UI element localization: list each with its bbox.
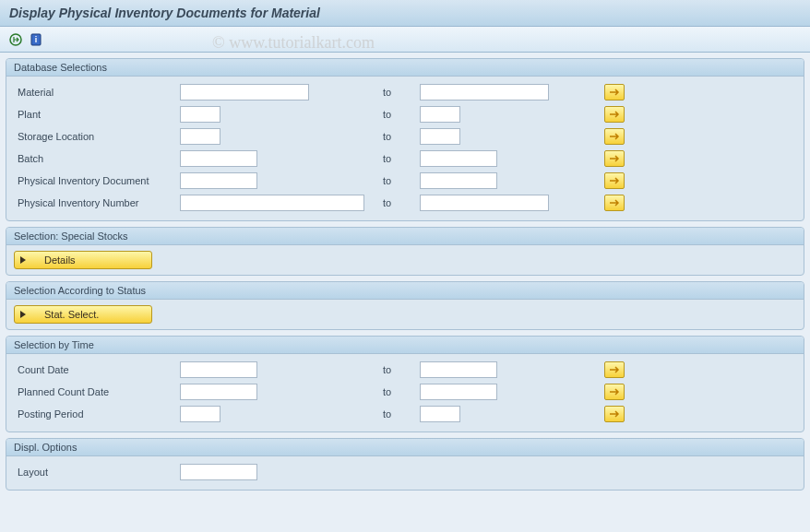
label-planned: Planned Count Date bbox=[14, 386, 180, 397]
input-storage-from[interactable] bbox=[180, 128, 220, 145]
expand-icon bbox=[20, 311, 26, 318]
main-area: Database Selections Material to Plant to… bbox=[0, 53, 810, 532]
input-planned-from[interactable] bbox=[180, 384, 257, 400]
execute-icon[interactable] bbox=[7, 31, 24, 48]
label-posting: Posting Period bbox=[14, 408, 180, 420]
toolbar: i bbox=[0, 27, 810, 53]
input-material-to[interactable] bbox=[420, 84, 549, 100]
group-header: Selection According to Status bbox=[6, 282, 804, 300]
input-plant-to[interactable] bbox=[420, 106, 460, 123]
input-layout[interactable] bbox=[180, 464, 257, 480]
group-header: Selection: Special Stocks bbox=[6, 228, 804, 245]
input-pidoc-to[interactable] bbox=[420, 172, 497, 189]
multiselect-button-pinum[interactable] bbox=[604, 195, 625, 211]
label-pidoc: Physical Inventory Document bbox=[14, 175, 180, 186]
to-label: to bbox=[383, 364, 420, 375]
multiselect-button-batch[interactable] bbox=[604, 150, 625, 167]
group-header: Database Selections bbox=[6, 59, 804, 77]
input-posting-from[interactable] bbox=[180, 406, 220, 422]
group-header: Selection by Time bbox=[6, 337, 804, 354]
details-button-label: Details bbox=[44, 254, 76, 266]
input-pinum-to[interactable] bbox=[420, 195, 549, 211]
expand-icon bbox=[20, 256, 26, 264]
group-display-options: Displ. Options Layout bbox=[6, 438, 804, 491]
to-label: to bbox=[383, 131, 420, 142]
to-label: to bbox=[383, 408, 420, 420]
input-batch-from[interactable] bbox=[180, 150, 257, 167]
input-posting-to[interactable] bbox=[420, 406, 460, 422]
to-label: to bbox=[383, 197, 420, 208]
group-special-stocks: Selection: Special Stocks Details bbox=[6, 227, 804, 276]
group-database-selections: Database Selections Material to Plant to… bbox=[6, 58, 804, 221]
input-planned-to[interactable] bbox=[420, 384, 497, 400]
svg-text:i: i bbox=[35, 35, 38, 44]
input-batch-to[interactable] bbox=[420, 150, 497, 167]
to-label: to bbox=[383, 87, 420, 98]
to-label: to bbox=[383, 153, 420, 164]
stat-select-button[interactable]: Stat. Select. bbox=[14, 305, 152, 324]
label-plant: Plant bbox=[14, 109, 180, 120]
input-pinum-from[interactable] bbox=[180, 195, 364, 211]
label-material: Material bbox=[14, 87, 180, 98]
multiselect-button-posting[interactable] bbox=[604, 406, 625, 422]
multiselect-button-plant[interactable] bbox=[604, 106, 625, 123]
stat-select-button-label: Stat. Select. bbox=[44, 309, 99, 320]
multiselect-button-material[interactable] bbox=[604, 84, 625, 100]
window-title-bar: Display Physical Inventory Documents for… bbox=[0, 0, 810, 27]
group-status: Selection According to Status Stat. Sele… bbox=[6, 281, 804, 330]
to-label: to bbox=[383, 386, 420, 397]
multiselect-button-planned[interactable] bbox=[604, 384, 625, 400]
input-countdate-from[interactable] bbox=[180, 361, 257, 378]
label-countdate: Count Date bbox=[14, 364, 180, 375]
label-storage: Storage Location bbox=[14, 131, 180, 142]
label-batch: Batch bbox=[14, 153, 180, 164]
multiselect-button-pidoc[interactable] bbox=[604, 172, 625, 189]
page-title: Display Physical Inventory Documents for… bbox=[9, 6, 320, 20]
label-layout: Layout bbox=[14, 467, 180, 478]
to-label: to bbox=[383, 175, 420, 186]
label-pinum: Physical Inventory Number bbox=[14, 197, 180, 208]
input-countdate-to[interactable] bbox=[420, 361, 497, 378]
input-storage-to[interactable] bbox=[420, 128, 460, 145]
group-time: Selection by Time Count Date to Planned … bbox=[6, 336, 804, 432]
to-label: to bbox=[383, 109, 420, 120]
group-header: Displ. Options bbox=[6, 439, 804, 456]
multiselect-button-storage[interactable] bbox=[604, 128, 625, 145]
input-material-from[interactable] bbox=[180, 84, 309, 100]
info-icon[interactable]: i bbox=[28, 31, 44, 48]
multiselect-button-countdate[interactable] bbox=[604, 361, 625, 378]
input-pidoc-from[interactable] bbox=[180, 172, 257, 189]
details-button[interactable]: Details bbox=[14, 251, 152, 269]
input-plant-from[interactable] bbox=[180, 106, 220, 123]
